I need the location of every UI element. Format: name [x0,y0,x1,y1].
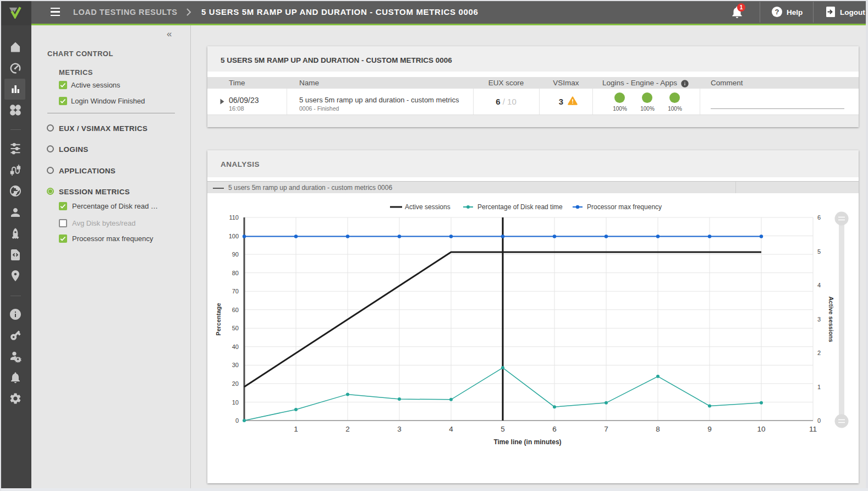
svg-text:2: 2 [345,425,350,433]
svg-text:Processor max frequency: Processor max frequency [587,203,662,211]
svg-text:80: 80 [232,270,239,276]
svg-text:3: 3 [817,316,821,323]
svg-text:Active sessions: Active sessions [405,203,451,211]
svg-text:40: 40 [232,343,239,350]
svg-text:5: 5 [817,248,821,255]
svg-text:Time line (in minutes): Time line (in minutes) [493,438,561,446]
svg-text:10: 10 [757,425,765,433]
svg-text:20: 20 [232,380,239,387]
svg-text:1: 1 [294,425,298,433]
svg-text:Percentage: Percentage [215,303,222,335]
svg-text:6: 6 [552,425,557,433]
svg-text:7: 7 [604,425,608,433]
svg-text:0: 0 [235,417,239,424]
svg-text:2: 2 [817,350,821,356]
svg-text:50: 50 [232,325,239,331]
svg-text:0: 0 [817,417,821,424]
svg-text:11: 11 [809,425,817,433]
svg-text:8: 8 [656,425,660,433]
svg-text:1: 1 [817,384,821,390]
svg-text:70: 70 [232,288,239,294]
svg-text:60: 60 [232,307,239,313]
svg-text:5: 5 [501,425,505,433]
svg-text:30: 30 [232,362,239,368]
svg-text:Active sessions: Active sessions [828,296,834,342]
svg-text:110: 110 [229,214,239,221]
svg-text:90: 90 [232,251,239,258]
svg-text:Percentage of Disk read time: Percentage of Disk read time [477,203,563,211]
svg-text:4: 4 [817,282,821,288]
svg-text:100: 100 [229,233,239,239]
svg-text:6: 6 [817,214,821,221]
svg-text:10: 10 [232,399,239,406]
svg-text:9: 9 [707,425,712,433]
svg-text:4: 4 [449,425,453,433]
svg-text:3: 3 [397,425,402,433]
